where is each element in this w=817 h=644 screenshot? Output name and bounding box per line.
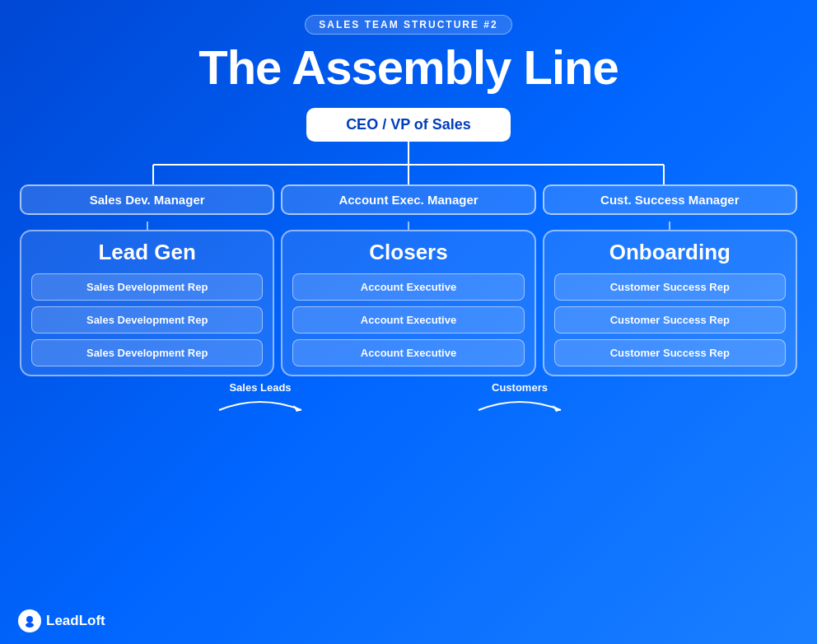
col-closers: Account Exec. Manager Closers Account Ex… bbox=[281, 184, 535, 376]
svg-marker-6 bbox=[553, 405, 561, 412]
role-1-2: Account Executive bbox=[292, 339, 524, 366]
subtitle-badge: SALES TEAM STRUCTURE #2 bbox=[305, 15, 511, 35]
role-0-1: Sales Development Rep bbox=[31, 306, 263, 334]
dept-title-closers: Closers bbox=[369, 240, 447, 265]
role-2-0: Customer Success Rep bbox=[554, 273, 786, 301]
col-onboarding: Cust. Success Manager Onboarding Custome… bbox=[543, 184, 797, 376]
svg-point-8 bbox=[26, 623, 34, 628]
manager-cust-success: Cust. Success Manager bbox=[543, 184, 797, 215]
role-0-0: Sales Development Rep bbox=[31, 273, 263, 301]
dept-closers: Closers Account Executive Account Execut… bbox=[281, 230, 535, 376]
leadloft-logo: LeadLoft bbox=[18, 609, 105, 632]
org-chart: CEO / VP of Sales Sales Dev. Manager Lea… bbox=[16, 108, 801, 418]
manager-sales-dev: Sales Dev. Manager bbox=[20, 184, 274, 215]
ceo-box: CEO / VP of Sales bbox=[306, 108, 511, 142]
arrow-sales-leads: Sales Leads bbox=[211, 381, 310, 420]
level2-row: Sales Dev. Manager Lead Gen Sales Develo… bbox=[16, 184, 801, 376]
role-1-0: Account Executive bbox=[292, 273, 524, 301]
dept-lead-gen: Lead Gen Sales Development Rep Sales Dev… bbox=[20, 230, 274, 376]
logo-icon bbox=[18, 609, 41, 632]
role-2-1: Customer Success Rep bbox=[554, 306, 786, 334]
manager-account-exec: Account Exec. Manager bbox=[281, 184, 535, 215]
dept-title-lead-gen: Lead Gen bbox=[98, 240, 195, 265]
logo-text: LeadLoft bbox=[46, 613, 105, 629]
role-2-2: Customer Success Rep bbox=[554, 339, 786, 366]
role-1-1: Account Executive bbox=[292, 306, 524, 334]
main-title: The Assembly Line bbox=[198, 40, 618, 95]
svg-marker-5 bbox=[293, 405, 301, 412]
col-lead-gen: Sales Dev. Manager Lead Gen Sales Develo… bbox=[20, 184, 274, 376]
svg-point-7 bbox=[26, 616, 33, 623]
arrow-customers: Customers bbox=[470, 381, 569, 420]
dept-onboarding: Onboarding Customer Success Rep Customer… bbox=[543, 230, 797, 376]
dept-title-onboarding: Onboarding bbox=[609, 240, 731, 265]
role-0-2: Sales Development Rep bbox=[31, 339, 263, 366]
